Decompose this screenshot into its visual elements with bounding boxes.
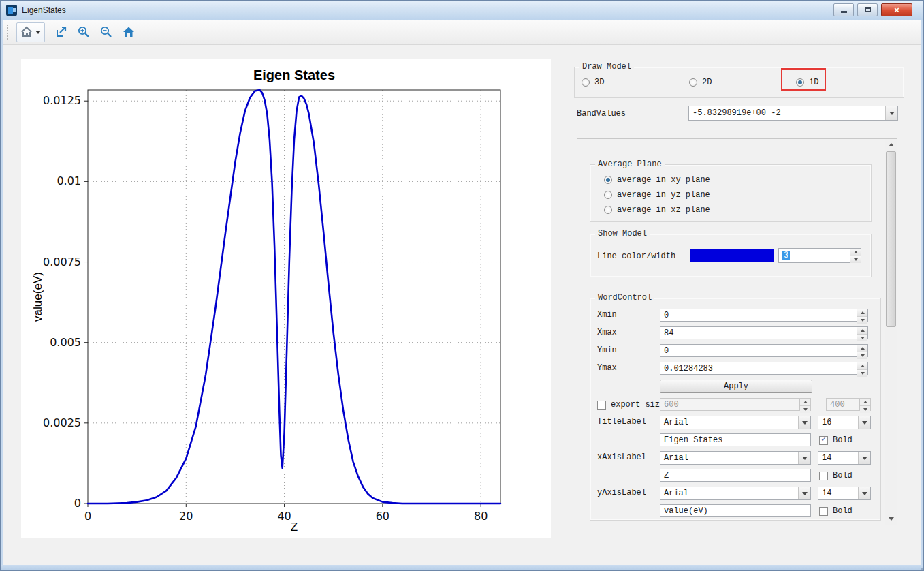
xaxis-bold-checkbox[interactable]: ✓ Bold [819, 470, 853, 481]
radio-xz-plane[interactable]: average in xz plane [604, 204, 710, 215]
home-icon [122, 25, 136, 39]
zoom-in-button[interactable] [74, 23, 93, 42]
title-font-select[interactable]: Arial [660, 416, 811, 429]
chevron-down-icon[interactable] [885, 106, 897, 120]
draw-model-group: Draw Model 3D 2D 1D [574, 67, 904, 98]
apply-button[interactable]: Apply [660, 380, 812, 393]
show-model-group: Show Model Line color/width 3 [590, 234, 872, 277]
highlight-box-1d [781, 68, 826, 91]
spin-up-icon[interactable] [850, 249, 861, 256]
scroll-down-arrow[interactable] [885, 513, 897, 525]
window-title: EigenStates [22, 5, 66, 15]
svg-text:0: 0 [84, 510, 91, 523]
svg-text:20: 20 [179, 510, 193, 523]
resize-grip[interactable] [919, 566, 920, 567]
spin-down-icon[interactable] [800, 406, 810, 413]
home-button[interactable] [119, 23, 138, 42]
export-button[interactable] [52, 23, 70, 42]
close-button[interactable]: × [881, 3, 912, 16]
line-color-width-label: Line color/width [597, 251, 675, 261]
spin-down-icon[interactable] [857, 335, 867, 341]
spin-up-icon[interactable] [857, 327, 867, 335]
ymax-label: Ymax [597, 363, 617, 373]
spin-down-icon[interactable] [857, 352, 867, 359]
yaxis-size-value: 14 [818, 487, 858, 499]
radio-3d[interactable]: 3D [582, 76, 604, 88]
yaxis-font-value: Arial [660, 487, 798, 499]
export-height-spinbox[interactable]: 400 [826, 398, 871, 411]
bandvalues-select[interactable]: -5.83298919e+00 -2 [688, 106, 898, 121]
spin-down-icon[interactable] [850, 256, 861, 263]
titlelabel-label: TitleLabel [597, 417, 646, 427]
chevron-down-icon[interactable] [798, 416, 810, 429]
spin-down-icon[interactable] [857, 317, 867, 324]
spin-up-icon[interactable] [857, 345, 867, 352]
radio-xy-plane[interactable]: average in xy plane [604, 174, 710, 185]
radio-2d[interactable]: 2D [689, 76, 712, 88]
minimize-button[interactable] [833, 3, 854, 16]
app-icon[interactable] [6, 5, 17, 16]
xaxis-size-select[interactable]: 14 [818, 451, 871, 465]
spin-up-icon[interactable] [860, 399, 870, 406]
export-width-spinbox[interactable]: 600 [660, 398, 811, 411]
title-bold-checkbox[interactable]: ✓ Bold [819, 435, 853, 446]
scrollbar-thumb[interactable] [886, 151, 896, 327]
radio-label-xz: average in xz plane [617, 205, 710, 215]
eigenstates-plot: 02040608000.00250.0050.00750.010.0125Eig… [21, 59, 551, 538]
xmax-label: Xmax [597, 328, 617, 337]
chevron-down-icon[interactable] [858, 452, 870, 464]
svg-text:0.0025: 0.0025 [43, 416, 81, 429]
svg-text:0.0125: 0.0125 [43, 94, 81, 107]
radio-label-yz: average in yz plane [617, 190, 710, 200]
chevron-down-icon[interactable] [798, 487, 810, 499]
export-size-checkbox[interactable]: ✓ export size [597, 399, 665, 410]
window-frame-right [921, 20, 923, 570]
title-size-select[interactable]: 16 [818, 416, 871, 429]
title-text-input[interactable]: Eigen States [660, 433, 811, 446]
settings-scrollbar[interactable] [885, 139, 897, 525]
home-split-button[interactable] [16, 22, 45, 42]
export-size-label: export size [611, 400, 665, 410]
zoom-out-button[interactable] [97, 23, 115, 42]
line-width-spinbox[interactable]: 3 [778, 248, 861, 263]
xaxis-text-input[interactable]: Z [660, 469, 811, 482]
chevron-down-icon[interactable] [858, 416, 870, 429]
svg-text:0.01: 0.01 [57, 174, 81, 187]
close-icon: × [894, 5, 899, 15]
spin-up-icon[interactable] [800, 399, 810, 406]
zoom-out-icon [99, 25, 113, 39]
checkbox-indicator-yaxis-bold: ✓ [819, 507, 828, 516]
yaxis-bold-checkbox[interactable]: ✓ Bold [819, 506, 853, 516]
line-color-button[interactable] [690, 249, 774, 262]
ymax-spinbox[interactable]: 0.01284283 [660, 362, 868, 375]
scroll-up-arrow[interactable] [885, 139, 897, 151]
radio-yz-plane[interactable]: average in yz plane [604, 189, 710, 200]
maximize-button[interactable] [857, 3, 878, 16]
xaxislabel-label: xAxisLabel [597, 452, 646, 462]
spin-down-icon[interactable] [860, 406, 870, 413]
titlebar[interactable]: EigenStates × [1, 1, 923, 20]
spin-up-icon[interactable] [857, 362, 867, 370]
xaxis-font-select[interactable]: Arial [660, 451, 811, 465]
toolbar-grip[interactable] [7, 25, 11, 40]
yaxis-bold-label: Bold [833, 506, 853, 516]
yaxis-font-select[interactable]: Arial [660, 487, 811, 500]
xmax-spinbox[interactable]: 84 [660, 326, 868, 339]
yaxis-text-input[interactable]: value(eV) [660, 504, 811, 517]
spin-up-icon[interactable] [857, 309, 867, 317]
chevron-down-icon[interactable] [798, 452, 810, 464]
yaxis-size-select[interactable]: 14 [818, 487, 871, 500]
average-plane-group-label: Average Plane [595, 159, 665, 169]
chevron-down-icon[interactable] [858, 487, 870, 499]
xmin-spinbox[interactable]: 0 [660, 309, 868, 322]
radio-indicator-yz [604, 191, 612, 199]
radio-label-xy: average in xy plane [617, 175, 710, 185]
checkbox-indicator-xaxis-bold: ✓ [819, 472, 828, 480]
spin-down-icon[interactable] [857, 370, 867, 377]
window-frame-left [1, 20, 3, 570]
svg-text:0.0075: 0.0075 [43, 256, 81, 268]
toolbar [1, 20, 923, 45]
checkbox-indicator-title-bold: ✓ [819, 436, 828, 445]
svg-text:Eigen States: Eigen States [253, 67, 335, 82]
ymin-spinbox[interactable]: 0 [660, 344, 868, 357]
